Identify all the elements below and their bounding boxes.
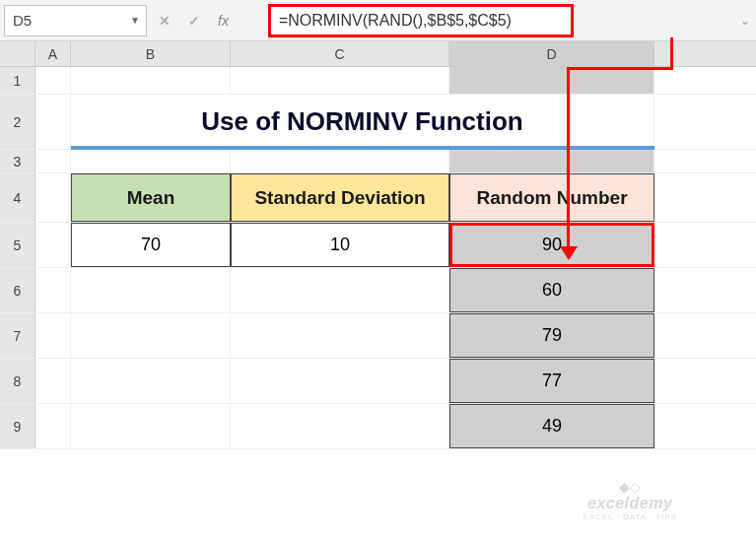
column-headers: A B C D xyxy=(0,41,756,67)
cell-c1[interactable] xyxy=(231,67,449,94)
row-header-2[interactable]: 2 xyxy=(0,95,35,149)
cell-d3[interactable] xyxy=(449,150,654,172)
cell-c3[interactable] xyxy=(231,150,449,172)
select-all-corner[interactable] xyxy=(0,41,35,66)
cell-a5[interactable] xyxy=(35,223,71,267)
annotation-arrow xyxy=(567,67,673,70)
row-header-6[interactable]: 6 xyxy=(0,268,35,312)
row-header-9[interactable]: 9 xyxy=(0,404,35,448)
cell-c7[interactable] xyxy=(231,313,449,358)
row-4: 4 Mean Standard Deviation Random Number xyxy=(0,173,756,223)
cell-b1[interactable] xyxy=(71,67,231,94)
row-9: 9 49 xyxy=(0,404,756,449)
col-header-c[interactable]: C xyxy=(231,41,449,66)
cell-a7[interactable] xyxy=(35,313,71,358)
col-header-d[interactable]: D xyxy=(449,41,654,66)
row-3: 3 xyxy=(0,150,756,173)
cell-mean[interactable]: 70 xyxy=(71,223,231,267)
name-box[interactable]: D5 ▼ xyxy=(4,5,147,36)
annotation-arrow xyxy=(567,67,570,249)
cell-a9[interactable] xyxy=(35,404,71,448)
name-box-value: D5 xyxy=(13,12,32,29)
cell-d5-selected[interactable]: 90 xyxy=(449,223,654,267)
annotation-arrow xyxy=(670,37,673,67)
row-2: 2 Use of NORMINV Function xyxy=(0,95,756,150)
formula-controls: ✕ ✓ fx xyxy=(159,13,229,29)
cell-c8[interactable] xyxy=(231,359,449,403)
row-header-8[interactable]: 8 xyxy=(0,359,35,403)
cell-stddev[interactable]: 10 xyxy=(231,223,449,267)
header-mean[interactable]: Mean xyxy=(71,173,231,222)
watermark-brand: exceldemy xyxy=(583,495,677,512)
worksheet: A B C D 1 2 Use of NORMINV Function 3 4 … xyxy=(0,41,756,449)
row-header-1[interactable]: 1 xyxy=(0,67,35,94)
cell-a4[interactable] xyxy=(35,173,71,222)
cell-a3[interactable] xyxy=(35,150,71,172)
watermark: ◆◇ exceldemy EXCEL · DATA · TIPS xyxy=(583,479,677,521)
col-header-b[interactable]: B xyxy=(71,41,231,66)
cell-d8[interactable]: 77 xyxy=(449,359,654,403)
header-stddev[interactable]: Standard Deviation xyxy=(231,173,449,222)
row-header-7[interactable]: 7 xyxy=(0,313,35,358)
annotation-arrow-head xyxy=(560,246,578,260)
fx-icon[interactable]: fx xyxy=(218,13,229,29)
formula-text: =NORMINV(RAND(),$B$5,$C$5) xyxy=(279,12,512,30)
row-header-3[interactable]: 3 xyxy=(0,150,35,172)
watermark-tagline: EXCEL · DATA · TIPS xyxy=(583,512,677,521)
row-5: 5 70 10 90 xyxy=(0,223,756,268)
cell-a1[interactable] xyxy=(35,67,71,94)
row-8: 8 77 xyxy=(0,359,756,404)
cell-b6[interactable] xyxy=(71,268,231,312)
row-header-5[interactable]: 5 xyxy=(0,223,35,267)
cell-c9[interactable] xyxy=(231,404,449,448)
col-header-a[interactable]: A xyxy=(35,41,71,66)
cell-d6[interactable]: 60 xyxy=(449,268,654,312)
row-1: 1 xyxy=(0,67,756,95)
cell-a8[interactable] xyxy=(35,359,71,403)
cell-b8[interactable] xyxy=(71,359,231,403)
cancel-icon[interactable]: ✕ xyxy=(159,13,171,29)
formula-input[interactable]: =NORMINV(RAND(),$B$5,$C$5) xyxy=(268,4,574,37)
enter-icon[interactable]: ✓ xyxy=(188,13,200,29)
cell-a2[interactable] xyxy=(35,95,71,149)
cell-c6[interactable] xyxy=(231,268,449,312)
cell-b3[interactable] xyxy=(71,150,231,172)
expand-formula-icon[interactable]: ⌄ xyxy=(740,14,750,28)
row-6: 6 60 xyxy=(0,268,756,313)
header-random[interactable]: Random Number xyxy=(449,173,654,222)
cell-b7[interactable] xyxy=(71,313,231,358)
dropdown-icon[interactable]: ▼ xyxy=(130,15,140,26)
row-7: 7 79 xyxy=(0,313,756,359)
cell-d1[interactable] xyxy=(449,67,654,94)
cell-d9[interactable]: 49 xyxy=(449,404,654,448)
cell-b9[interactable] xyxy=(71,404,231,448)
watermark-logo-icon: ◆◇ xyxy=(583,479,677,495)
cell-a6[interactable] xyxy=(35,268,71,312)
formula-bar: D5 ▼ ✕ ✓ fx =NORMINV(RAND(),$B$5,$C$5) ⌄ xyxy=(0,0,756,41)
row-header-4[interactable]: 4 xyxy=(0,173,35,222)
cell-d7[interactable]: 79 xyxy=(449,313,654,358)
